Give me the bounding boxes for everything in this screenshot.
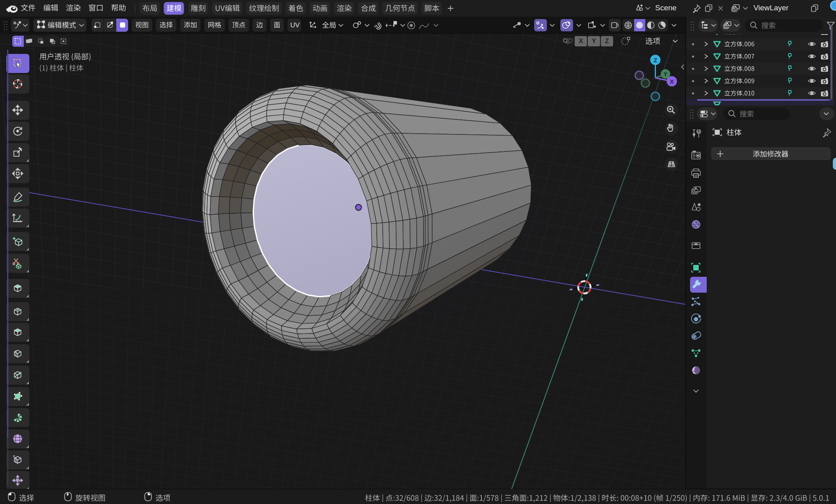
svg-text:Z: Z [654,57,657,63]
svg-text:X: X [670,78,674,85]
svg-text:Y: Y [663,71,667,77]
